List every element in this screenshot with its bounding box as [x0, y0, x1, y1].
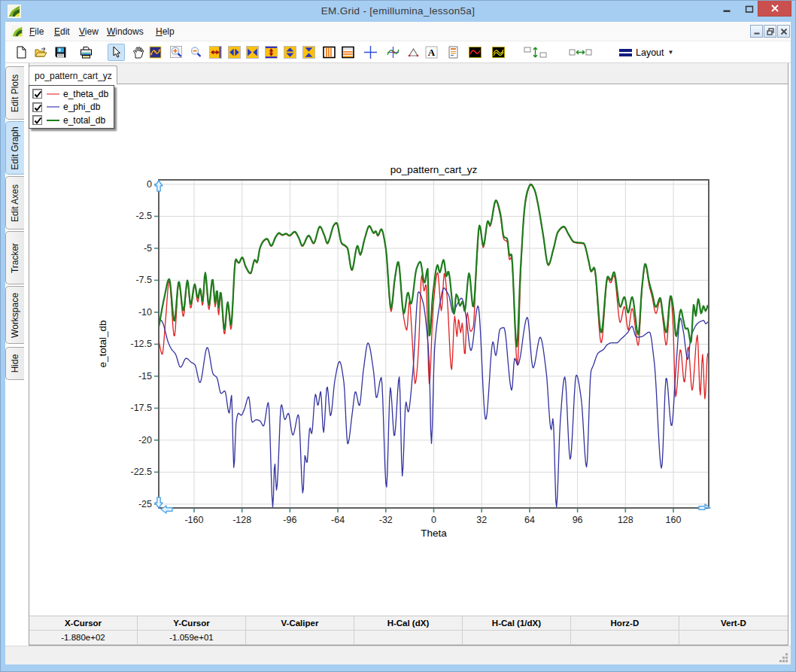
sidebar-tab-edit-axes[interactable]: Edit Axes: [5, 176, 24, 230]
tracker-axes-icon: [387, 46, 400, 59]
stretch-vertical-button[interactable]: [281, 44, 299, 61]
zoom-out-button[interactable]: [187, 44, 205, 61]
document-tab[interactable]: po_pattern_cart_yz: [29, 65, 117, 84]
child-close-button[interactable]: [777, 25, 790, 38]
chart-xlabel: Theta: [421, 528, 447, 539]
expand-horizontal-icon: [209, 46, 222, 59]
fft-double-button[interactable]: [490, 44, 507, 61]
tick-label-x: 64: [524, 515, 535, 525]
zoom-out-icon: [190, 46, 202, 59]
chart[interactable]: -160-128-96-64-3203264961281600-2.5-5-7.…: [29, 84, 788, 616]
window-close-button[interactable]: [758, 1, 791, 17]
legend-line-sample: [47, 120, 59, 121]
fft-double-icon: [492, 46, 505, 59]
sidebar-tab-workspace[interactable]: Workspace: [5, 286, 24, 344]
crosshair-icon: [364, 46, 377, 59]
tick-label-y: 0: [147, 179, 152, 190]
tick-label-y: -10: [138, 307, 152, 318]
sidebar-tab-edit-plots[interactable]: Edit Plots: [5, 66, 24, 120]
toolbar: ALayout▼: [5, 41, 791, 63]
legend-checkbox-e_phi_db[interactable]: [32, 102, 42, 112]
text-annotation-button[interactable]: A: [423, 44, 440, 61]
plot-region: -160-128-96-64-3203264961281600-2.5-5-7.…: [29, 84, 788, 615]
checkmark-icon: [34, 90, 42, 99]
legend-checkbox-e_theta_db[interactable]: [32, 89, 42, 99]
horizontal-markers-button[interactable]: [339, 44, 357, 61]
child-restore-button[interactable]: [764, 25, 776, 38]
layout-caret-icon: ▼: [668, 49, 674, 56]
window-minimize-button[interactable]: [715, 1, 738, 17]
menu-item-file[interactable]: File: [28, 22, 45, 41]
save-icon: [54, 46, 67, 59]
stretch-horizontal-button[interactable]: [226, 44, 243, 61]
child-minimize-button[interactable]: [750, 25, 763, 38]
menu-bar: FileEditViewWindowsHelp: [5, 22, 791, 41]
expand-horizontal-button[interactable]: [207, 44, 224, 61]
checkmark-icon: [34, 117, 42, 125]
open-file-button[interactable]: [32, 44, 50, 61]
pointer-select-button[interactable]: [108, 44, 125, 61]
horizontal-markers-icon: [342, 46, 354, 59]
match-horizontal-scale-button[interactable]: [567, 44, 594, 61]
status-column-header: Horz-D: [571, 616, 679, 631]
app-window: EM.Grid - [emillumina_lesson5a] FileEdit…: [0, 0, 796, 672]
legend-checkbox-e_total_db[interactable]: [32, 115, 42, 125]
sidebar-tab-tracker[interactable]: Tracker: [5, 231, 24, 284]
tick-label-y: -15: [138, 371, 152, 382]
compress-vertical-icon: [302, 46, 315, 59]
layout-icon: [619, 46, 632, 59]
axis-handle-top[interactable]: [155, 181, 163, 191]
tracker-axes-button[interactable]: [384, 44, 402, 61]
match-vertical-scale-button[interactable]: [521, 44, 549, 61]
layout-dropdown[interactable]: Layout▼: [619, 44, 673, 61]
child-minimize-icon: [753, 28, 760, 35]
new-document-button[interactable]: [13, 44, 30, 61]
status-value-vert-d: [679, 631, 788, 645]
plot-properties-button[interactable]: [147, 44, 164, 61]
menu-item-edit[interactable]: Edit: [53, 22, 71, 41]
zoom-in-button[interactable]: [168, 44, 185, 61]
compress-horizontal-button[interactable]: [244, 44, 261, 61]
new-document-icon: [15, 46, 28, 59]
print-button[interactable]: [77, 44, 95, 61]
legend-label: e_theta_db: [63, 89, 108, 99]
checkmark-icon: [34, 104, 42, 112]
legend-item-e_theta_db: e_theta_db: [32, 87, 108, 101]
expand-vertical-button[interactable]: [263, 44, 280, 61]
pan-hand-button[interactable]: [129, 44, 147, 61]
pointer-select-icon: [110, 46, 123, 59]
crosshair-button[interactable]: [362, 44, 379, 61]
title-bar[interactable]: EM.Grid - [emillumina_lesson5a]: [1, 1, 795, 22]
status-column-header: Vert-D: [679, 616, 788, 631]
close-icon: [770, 4, 779, 13]
sidebar-tab-label: Tracker: [10, 242, 20, 272]
sidebar-tab-hide[interactable]: Hide: [5, 347, 24, 380]
stretch-vertical-icon: [284, 46, 296, 59]
axis-handle-origin[interactable]: [161, 506, 172, 513]
menu-item-windows[interactable]: Windows: [105, 22, 145, 41]
tick-label-x: -160: [184, 515, 203, 525]
menu-item-view[interactable]: View: [77, 22, 100, 41]
vertical-markers-button[interactable]: [321, 44, 338, 61]
notes-button[interactable]: [445, 44, 462, 61]
menu-item-help[interactable]: Help: [154, 22, 176, 41]
compress-vertical-button[interactable]: [300, 44, 317, 61]
tick-label-y: -12.5: [131, 339, 153, 349]
tick-label-x: -32: [379, 515, 393, 525]
sidebar-tab-edit-graph[interactable]: Edit Graph: [5, 121, 24, 175]
legend-panel[interactable]: e_theta_dbe_phi_dbe_total_db: [29, 85, 114, 129]
save-button[interactable]: [52, 44, 69, 61]
caliper-button[interactable]: [405, 44, 422, 61]
app-status-bar: [5, 646, 791, 664]
fft-single-button[interactable]: [466, 44, 484, 61]
legend-item-e_total_db: e_total_db: [32, 114, 108, 127]
axis-handle-bottom[interactable]: [155, 497, 163, 508]
sidebar-tab-label: Workspace: [10, 293, 20, 338]
svg-text:A: A: [427, 47, 435, 58]
resize-grip[interactable]: [779, 653, 788, 662]
status-value-horz-d: [571, 631, 679, 645]
tick-label-x: -96: [283, 515, 296, 525]
print-icon: [80, 46, 93, 59]
status-column-header: V-Caliper: [246, 616, 354, 631]
tick-label-x: 0: [431, 515, 436, 525]
